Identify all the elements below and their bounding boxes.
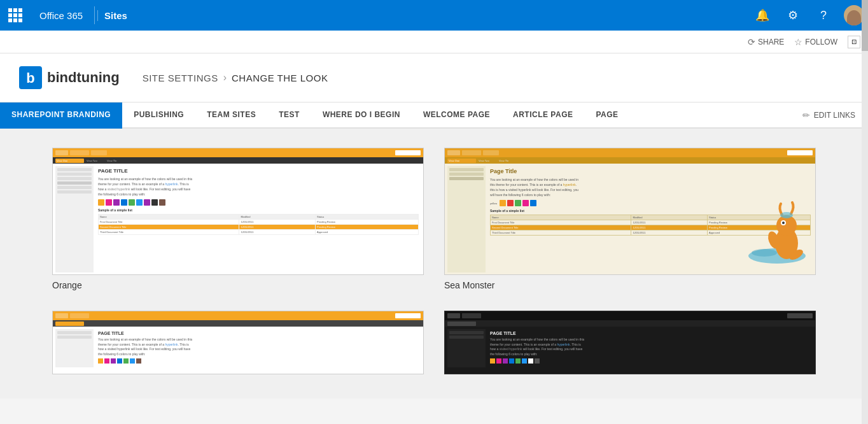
site-header: b bindtuning SITE SETTINGS › CHANGE THE … bbox=[0, 53, 868, 102]
tab-publishing[interactable]: PUBLISHING bbox=[122, 102, 195, 129]
view-icon: ⊡ bbox=[851, 38, 857, 45]
secondary-action-bar: ⟳ SHARE ☆ FOLLOW ⊡ bbox=[0, 31, 868, 53]
notifications-button[interactable]: 🔔 bbox=[748, 0, 776, 31]
theme-label-orange: Orange bbox=[52, 280, 424, 290]
edit-links-label: EDIT LINKS bbox=[814, 111, 855, 120]
theme-preview-3: PAGE TITLE You are looking at an example… bbox=[52, 311, 424, 374]
follow-label: FOLLOW bbox=[805, 38, 837, 46]
tab-test[interactable]: TEST bbox=[267, 102, 311, 129]
theme-card-3[interactable]: PAGE TITLE You are looking at an example… bbox=[52, 311, 424, 379]
view-mode-toggle[interactable]: ⊡ bbox=[848, 36, 860, 48]
theme-card-sea-monster[interactable]: View One View Two View Thr Page Title bbox=[444, 148, 816, 290]
theme-label-sea-monster: Sea Monster bbox=[444, 280, 816, 290]
theme-card-dark[interactable]: PAGE TITLE You are looking at an example… bbox=[444, 311, 816, 379]
app-title: Office 365 bbox=[31, 10, 92, 21]
section-title: Sites bbox=[97, 10, 134, 21]
breadcrumb: SITE SETTINGS › CHANGE THE LOOK bbox=[143, 72, 328, 83]
svg-text:b: b bbox=[26, 70, 34, 86]
breadcrumb-current: CHANGE THE LOOK bbox=[232, 73, 328, 83]
follow-icon: ☆ bbox=[794, 37, 802, 47]
help-icon: ? bbox=[820, 9, 827, 22]
themes-grid: View One View Two View Thr bbox=[52, 148, 816, 379]
share-icon: ⟳ bbox=[748, 37, 755, 47]
theme-preview-orange: View One View Two View Thr bbox=[52, 148, 424, 275]
tab-article-page[interactable]: ARTICLE PAGE bbox=[501, 102, 584, 129]
tab-where-do-i-begin[interactable]: WHERE DO I BEGIN bbox=[311, 102, 412, 129]
tab-sharepoint-branding[interactable]: SHAREPOINT BRANDING bbox=[0, 102, 122, 129]
svg-point-7 bbox=[782, 222, 785, 224]
tab-welcome-page[interactable]: WELCOME PAGE bbox=[412, 102, 501, 129]
top-bar-right-actions: 🔔 ⚙ ? bbox=[748, 0, 868, 31]
breadcrumb-parent[interactable]: SITE SETTINGS bbox=[143, 73, 218, 83]
share-label: SHARE bbox=[758, 38, 784, 46]
share-action[interactable]: ⟳ SHARE bbox=[748, 37, 784, 47]
brand-name: bindtuning bbox=[47, 69, 120, 86]
theme-card-orange[interactable]: View One View Two View Thr bbox=[52, 148, 424, 290]
settings-button[interactable]: ⚙ bbox=[779, 0, 807, 31]
top-navigation-bar: Office 365 Sites 🔔 ⚙ ? bbox=[0, 0, 868, 31]
scrollbar-thumb[interactable] bbox=[862, 0, 868, 51]
main-content: View One View Two View Thr bbox=[0, 129, 868, 399]
theme-preview-dark: PAGE TITLE You are looking at an example… bbox=[444, 311, 816, 374]
app-grid-button[interactable] bbox=[0, 0, 31, 31]
svg-point-3 bbox=[752, 249, 777, 257]
edit-links-button[interactable]: ✏ EDIT LINKS bbox=[802, 110, 868, 120]
avatar-silhouette bbox=[847, 10, 861, 25]
theme-preview-sea-monster: View One View Two View Thr Page Title bbox=[444, 148, 816, 275]
top-bar-divider bbox=[94, 6, 95, 24]
breadcrumb-separator: › bbox=[223, 72, 227, 83]
tab-team-sites[interactable]: TEAM SITES bbox=[195, 102, 267, 129]
pencil-icon: ✏ bbox=[802, 110, 810, 120]
navigation-tabs: SHAREPOINT BRANDING PUBLISHING TEAM SITE… bbox=[0, 102, 868, 129]
help-button[interactable]: ? bbox=[809, 0, 837, 31]
bell-icon: 🔔 bbox=[755, 8, 769, 22]
brand-logo: b bindtuning bbox=[19, 66, 120, 89]
gear-icon: ⚙ bbox=[788, 8, 798, 22]
grid-icon bbox=[8, 8, 22, 22]
follow-action[interactable]: ☆ FOLLOW bbox=[794, 37, 837, 47]
tab-page[interactable]: PAGE bbox=[584, 102, 629, 129]
brand-logo-icon: b bbox=[19, 66, 42, 89]
page-scrollbar[interactable] bbox=[862, 0, 868, 399]
